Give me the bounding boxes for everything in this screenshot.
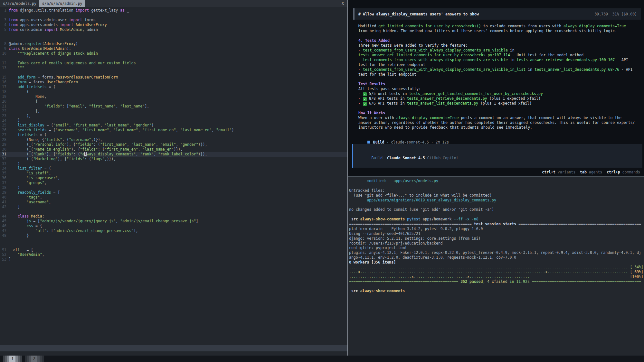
code-line: 44 class Media: <box>0 214 347 219</box>
editor-tab-2[interactable]: s/a/u/a/u/admin.py <box>39 0 85 7</box>
terminal-line <box>349 212 644 217</box>
code-line: 30 (_("Name in english"), {"fields": ("f… <box>0 147 347 152</box>
editor-tab-1[interactable]: s/a/u/models.py <box>0 0 39 7</box>
terminal-line: configfile: pyproject.toml <box>349 246 644 250</box>
line-number: 53 <box>0 257 6 262</box>
code-line <box>0 32 347 37</box>
code-line: 22 }, <box>0 109 347 114</box>
line-number: 23 <box>0 114 6 118</box>
line-number: 15 <box>0 75 6 80</box>
copilot-line: instructors who need to provide feedback… <box>358 125 643 130</box>
line-number: 29 <box>0 142 6 147</box>
build-mode-icon <box>367 141 370 144</box>
terminal-line: src always-show-comments pytest apps/hom… <box>349 217 644 222</box>
code-line: 15 add_form = forms.PasswordlessUserCrea… <box>0 75 347 80</box>
code-line: 38 ) <box>0 185 347 190</box>
code-line: 3from apps.users.admin.user import forms <box>0 18 347 23</box>
terminal-line: modified: apps/users/models.py <box>349 179 644 183</box>
code-line: 32 (_("Marketing"), {"fields": ("tags",)… <box>0 157 347 162</box>
terminal-line: ========================================… <box>349 279 644 284</box>
shell-terminal-pane[interactable]: modified: apps/users/models.py Untracked… <box>348 177 644 356</box>
code-line: 45 js = ["admin/js/vendor/jquery/jquery.… <box>0 219 347 224</box>
terminal-line: Untracked files: <box>349 188 644 193</box>
input-brand-label: GitHub Copilot <box>425 156 459 160</box>
code-line: 18 ( <box>0 89 347 94</box>
copilot-line: When a user with always_display_comments… <box>358 116 643 120</box>
copilot-line <box>358 33 643 38</box>
line-number: 4 <box>0 23 6 27</box>
code-line: 37 "groups", <box>0 181 347 185</box>
code-line: 51__all__ = [ <box>0 248 347 253</box>
code-editor[interactable]: 1from django.utils.translation import ge… <box>0 7 347 262</box>
line-number: 24 <box>0 118 6 123</box>
line-number: 25 <box>0 123 6 128</box>
tmux-session: { "vim": { "tabline_close": "X", "tabs":… <box>0 0 644 362</box>
code-line: 12 Takes care of emails uniqueness and o… <box>0 61 347 66</box>
line-number: 38 <box>0 185 6 190</box>
tmux-status-bar: 12 <box>0 356 644 362</box>
copilot-line: from being hidden. The method now filter… <box>358 29 643 33</box>
terminal-line <box>349 202 644 207</box>
copilot-keyboard-hints: ctrl+t variants tab agents ctrl+p comman… <box>542 170 640 174</box>
code-line: 25 list_display = ("email", "first_name"… <box>0 123 347 128</box>
terminal-line: no changes added to commit (use "git add… <box>349 207 644 212</box>
line-number: 27 <box>0 133 6 137</box>
code-line <box>0 243 347 248</box>
tmux-window-2[interactable]: 2 <box>25 356 44 362</box>
code-line: 34 list_filter = ( <box>0 166 347 171</box>
line-number: 41 <box>0 200 6 205</box>
line-number: 36 <box>0 176 6 181</box>
hint-key: tab <box>580 170 587 174</box>
line-number: 39 <box>0 190 6 195</box>
copilot-line: - test_comments_from_users_with_always_d… <box>358 67 643 72</box>
code-line: 31 (_("Rank"), {"fields": ("always_displ… <box>0 152 347 157</box>
code-line: 28 (None, {"fields": ("username",)}), <box>0 137 347 142</box>
code-line: 53] <box>0 257 347 262</box>
line-number: 30 <box>0 147 6 152</box>
copilot-input-box[interactable]: Build Claude Sonnet 4.5 GitHub Copilot <box>352 144 642 168</box>
code-line <box>0 13 347 18</box>
code-line: 19 None, <box>0 94 347 99</box>
code-line: 52 "UserAdmin", <box>0 252 347 257</box>
terminal-line: ....x...................................… <box>349 270 644 274</box>
code-line: 17 add_fieldsets = ( <box>0 85 347 89</box>
copilot-line: tests_answer_get_limited_comments_for_us… <box>358 53 643 58</box>
terminal-line: 8 workers [356 items] <box>349 260 644 265</box>
code-line: 29 (_("Personal info"), {"fields": ("fir… <box>0 142 347 147</box>
copilot-line: All tests pass successfully: <box>358 87 643 91</box>
vim-editor-pane: s/a/u/models.pys/a/u/a/u/admin.pyX 1from… <box>0 0 347 356</box>
code-line: 8@admin.register(AdminUserProxy) <box>0 42 347 46</box>
copilot-line: - ✓ 8/8 API tests in tests_answer_retrie… <box>358 96 643 101</box>
code-line: 23 ), <box>0 114 347 118</box>
line-number: 13 <box>0 66 6 70</box>
code-line: 33 ) <box>0 162 347 166</box>
run-mode-label: Build <box>373 140 384 144</box>
terminal-line: django: version: 5.2.11, settings: core.… <box>349 236 644 241</box>
line-number: 45 <box>0 219 6 224</box>
copilot-line: Test Results <box>358 82 643 87</box>
terminal-line <box>349 183 644 188</box>
code-line: 26 search_fields = ("username", "first_n… <box>0 128 347 133</box>
line-number: 31 <box>0 152 6 157</box>
hint-key: ctrl+t <box>542 170 555 174</box>
hint-label: commands <box>620 170 640 174</box>
line-number: 26 <box>0 128 6 133</box>
copilot-token-stats: 39,739 31% ($0.00) <box>594 12 637 16</box>
line-number: 40 <box>0 195 6 200</box>
run-meta: · claude-sonnet-4.5 · 2m 12s <box>384 140 449 144</box>
code-line <box>0 56 347 61</box>
copilot-prompt-box: # Allow always_display_comments users' a… <box>353 8 641 20</box>
vim-command-line <box>0 351 347 356</box>
terminal-line: (use "git add <file>..." to include in w… <box>349 193 644 198</box>
code-line: 48 } <box>0 233 347 238</box>
line-number: 17 <box>0 85 6 89</box>
code-line: 16 form = forms.UserChangeForm <box>0 80 347 85</box>
code-line: 47 "all": ["admin/css/email_change_presa… <box>0 228 347 233</box>
line-number: 47 <box>0 228 6 233</box>
copilot-line: answer author, regardless of whether the… <box>358 120 643 125</box>
code-line: 42 ] <box>0 205 347 209</box>
close-icon[interactable]: X <box>338 0 347 7</box>
tmux-window-1[interactable]: 1 <box>3 356 22 362</box>
code-line: 40 "tags", <box>0 195 347 200</box>
code-line: 13 """ <box>0 66 347 70</box>
